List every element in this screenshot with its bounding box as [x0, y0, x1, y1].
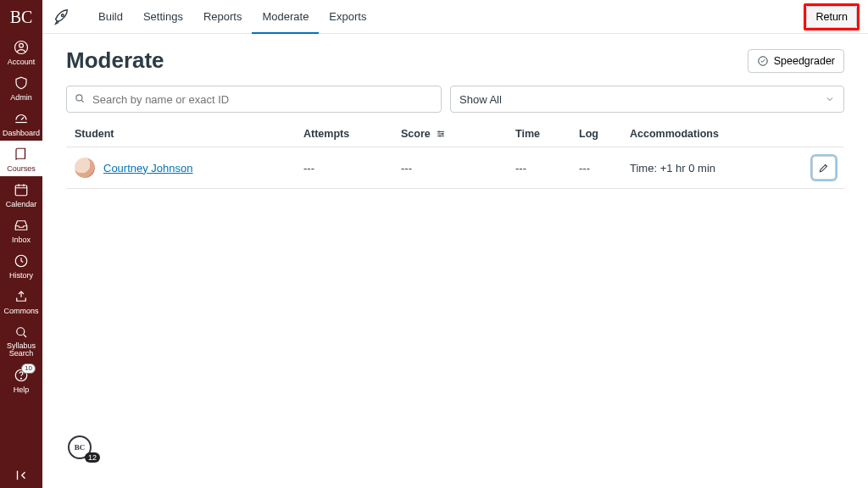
inbox-icon: [13, 217, 30, 234]
svg-point-11: [442, 133, 443, 135]
tab-reports[interactable]: Reports: [193, 0, 253, 34]
help-badge: 10: [21, 363, 36, 374]
tab-settings[interactable]: Settings: [133, 0, 193, 34]
share-icon: [13, 288, 30, 305]
table-header: Student Attempts Score Time Log Accommod…: [66, 121, 844, 147]
return-button[interactable]: Return: [806, 6, 857, 28]
col-accommodations: Accommodations: [630, 128, 802, 140]
edit-accommodations-button[interactable]: [812, 156, 836, 180]
col-score-label: Score: [401, 128, 431, 140]
search-input[interactable]: [66, 86, 442, 113]
speedgrader-icon: [757, 55, 769, 67]
floating-badge: 12: [85, 452, 100, 463]
tab-moderate[interactable]: Moderate: [252, 0, 319, 34]
global-nav: BC Account Admin Dashboard Courses Calen…: [0, 0, 42, 488]
pencil-icon: [818, 162, 830, 174]
svg-point-1: [19, 43, 24, 47]
sidebar-item-label: Help: [14, 385, 30, 394]
content: Moderate Speedgrader Show All: [42, 34, 868, 189]
sidebar-item-label: Admin: [10, 93, 32, 102]
col-student: Student: [75, 128, 303, 140]
clock-icon: [13, 252, 30, 269]
col-time: Time: [515, 128, 579, 140]
sidebar-item-label: Syllabus Search: [0, 342, 42, 358]
gauge-icon: [13, 110, 30, 127]
sidebar-item-calendar[interactable]: Calendar: [0, 176, 42, 212]
col-log: Log: [579, 128, 630, 140]
cell-log: ---: [579, 162, 630, 175]
sidebar-item-help[interactable]: 10 Help: [0, 362, 42, 397]
sidebar-item-inbox[interactable]: Inbox: [0, 212, 42, 247]
avatar: [75, 158, 95, 178]
svg-point-10: [438, 131, 440, 133]
svg-point-9: [76, 95, 82, 101]
speedgrader-button[interactable]: Speedgrader: [748, 49, 844, 73]
return-highlight: Return: [804, 3, 860, 30]
svg-point-4: [17, 328, 25, 336]
sidebar-item-label: Account: [8, 58, 36, 66]
sidebar-item-label: Dashboard: [3, 129, 40, 137]
shield-icon: [13, 75, 30, 92]
search-icon: [74, 92, 86, 104]
page-title: Moderate: [66, 47, 164, 74]
sidebar-item-account[interactable]: Account: [0, 34, 42, 69]
main-area: Build Settings Reports Moderate Exports …: [42, 0, 868, 488]
chevron-down-icon: [825, 94, 835, 104]
svg-point-12: [439, 136, 441, 137]
sidebar-item-label: Inbox: [12, 236, 31, 244]
cell-attempts: ---: [303, 162, 401, 175]
rocket-icon[interactable]: [51, 7, 71, 27]
sidebar-item-dashboard[interactable]: Dashboard: [0, 105, 42, 141]
calendar-icon: [13, 181, 30, 198]
col-attempts: Attempts: [303, 128, 401, 140]
speedgrader-label: Speedgrader: [774, 55, 835, 67]
tabs: Build Settings Reports Moderate Exports: [88, 0, 376, 34]
sidebar-item-label: Commons: [3, 307, 38, 315]
table-row: Courtney Johnson --- --- --- --- Time: +…: [66, 147, 844, 189]
tab-build[interactable]: Build: [88, 0, 133, 34]
sidebar-item-label: Courses: [7, 164, 36, 173]
search-wrap: [66, 86, 442, 113]
filter-dropdown[interactable]: Show All: [450, 86, 844, 113]
page-header: Moderate Speedgrader: [66, 47, 844, 74]
user-circle-icon: [13, 39, 30, 56]
svg-point-6: [20, 378, 21, 379]
svg-point-7: [61, 14, 64, 16]
sidebar-item-admin[interactable]: Admin: [0, 69, 42, 105]
book-icon: [13, 146, 30, 163]
student-link[interactable]: Courtney Johnson: [103, 162, 193, 175]
cell-accommodations: Time: +1 hr 0 min: [630, 162, 802, 175]
sliders-icon: [436, 129, 446, 139]
col-score[interactable]: Score: [401, 128, 515, 140]
sidebar-item-label: Calendar: [6, 200, 37, 208]
brand-logo[interactable]: BC: [0, 0, 42, 34]
filter-row: Show All: [66, 86, 844, 113]
cell-score: ---: [401, 162, 515, 175]
sidebar-item-history[interactable]: History: [0, 247, 42, 283]
topbar: Build Settings Reports Moderate Exports …: [42, 0, 868, 34]
svg-rect-2: [15, 186, 27, 196]
search-icon: [13, 324, 30, 341]
sidebar-item-label: History: [9, 271, 33, 280]
sidebar-item-courses[interactable]: Courses: [0, 141, 42, 176]
filter-dropdown-label: Show All: [459, 93, 502, 106]
tab-exports[interactable]: Exports: [319, 0, 376, 34]
sidebar-item-commons[interactable]: Commons: [0, 283, 42, 319]
cell-time: ---: [515, 162, 579, 175]
collapse-nav-button[interactable]: [0, 463, 42, 488]
sidebar-item-syllabus-search[interactable]: Syllabus Search: [0, 319, 42, 362]
